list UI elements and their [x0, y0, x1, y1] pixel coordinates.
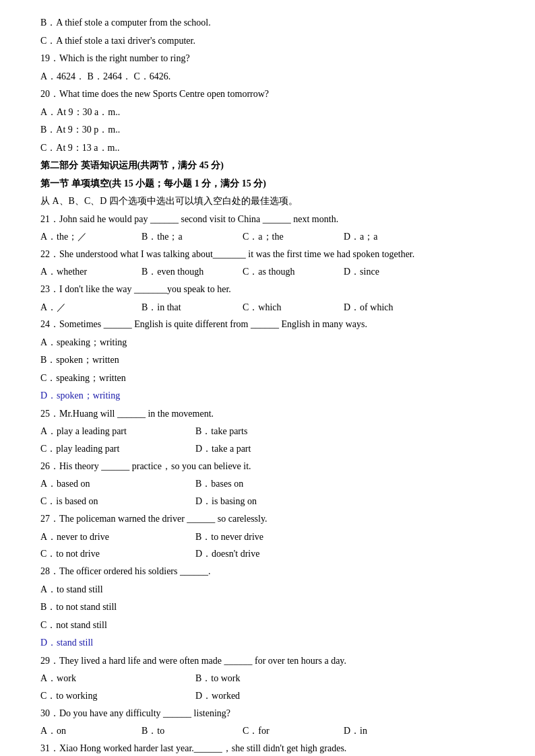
option-item: C．a；the — [243, 229, 323, 245]
options-row: A．based onB．bases on — [40, 476, 495, 492]
option-item: A．on — [40, 723, 121, 739]
text-line: 从 A、B、C、D 四个选项中选出可以填入空白处的最佳选项。 — [40, 193, 495, 210]
option-item: C．to not drive — [40, 546, 175, 562]
text-line: 29．They lived a hard life and were often… — [40, 653, 495, 670]
text-line: D．spoken；writing — [40, 388, 495, 405]
text-line: B．At 9：30 p．m.. — [40, 122, 495, 139]
text-line: 21．John said he would pay ______ second … — [40, 211, 495, 228]
option-item: B．in that — [141, 300, 222, 316]
option-item: C．for — [243, 723, 323, 739]
text-line: 31．Xiao Hong worked harder last year.___… — [40, 741, 495, 756]
option-item: D．doesn't drive — [195, 546, 330, 562]
options-row: A．play a leading partB．take parts — [40, 423, 495, 440]
option-item: D．in — [344, 723, 424, 739]
options-row: C．is based onD．is basing on — [40, 493, 495, 510]
text-line: C．speaking；written — [40, 370, 495, 387]
options-row: A．whetherB．even thoughC．as thoughD．since — [40, 264, 495, 280]
text-line: D．stand still — [40, 635, 495, 652]
text-line: 24．Sometimes ______ English is quite dif… — [40, 316, 495, 333]
section-title: 第一节 单项填空(共 15 小题；每小题 1 分，满分 15 分) — [40, 176, 495, 193]
option-item: C．which — [243, 300, 323, 316]
text-line: C．At 9：13 a．m.. — [40, 140, 495, 157]
text-line: A．to stand still — [40, 582, 495, 598]
option-item: D．worked — [195, 688, 330, 704]
text-line: C．not stand still — [40, 617, 495, 634]
options-row: A．／B．in thatC．whichD．of which — [40, 300, 495, 316]
text-line: B．spoken；written — [40, 352, 495, 369]
options-row: A．workB．to work — [40, 671, 495, 687]
option-item: B．to — [141, 723, 222, 739]
option-item: A．never to drive — [40, 529, 175, 545]
text-line: 28．The officer ordered his soldiers ____… — [40, 563, 495, 580]
option-item: B．even though — [141, 264, 222, 280]
option-item: D．take a part — [195, 441, 330, 457]
option-item: D．since — [344, 264, 424, 280]
option-item: C．as though — [243, 264, 323, 280]
option-item: A．work — [40, 671, 175, 687]
option-item: D．a；a — [344, 229, 424, 245]
option-item: A．whether — [40, 264, 121, 280]
text-line: 27．The policeman warned the driver _____… — [40, 511, 495, 528]
text-line: B．to not stand still — [40, 599, 495, 616]
options-row: C．to workingD．worked — [40, 688, 495, 704]
option-item: A．the；／ — [40, 229, 121, 245]
option-item: C．to working — [40, 688, 175, 704]
option-item: B．the；a — [141, 229, 222, 245]
text-line: A．speaking；writing — [40, 335, 495, 351]
option-item: B．take parts — [195, 423, 330, 440]
option-item: A．play a leading part — [40, 423, 175, 440]
text-line: B．A thief stole a computer from the scho… — [40, 15, 495, 32]
text-line: A．4624． B．2464． C．6426. — [40, 69, 495, 85]
option-item: C．is based on — [40, 493, 175, 510]
option-item: C．play leading part — [40, 441, 175, 457]
text-line: 23．I don't like the way _______you speak… — [40, 281, 495, 298]
text-line: 30．Do you have any difficulty ______ lis… — [40, 706, 495, 722]
option-item: B．bases on — [195, 476, 330, 492]
option-item: A．／ — [40, 300, 121, 316]
text-line: 25．Mr.Huang will ______ in the movement. — [40, 406, 495, 423]
text-line: 26．His theory ______ practice，so you can… — [40, 458, 495, 475]
options-row: C．to not driveD．doesn't drive — [40, 546, 495, 562]
text-line: A．At 9：30 a．m.. — [40, 104, 495, 121]
option-item: B．to never drive — [195, 529, 330, 545]
text-line: 22．She understood what I was talking abo… — [40, 246, 495, 263]
text-line: C．A thief stole a taxi driver's computer… — [40, 33, 495, 50]
option-item: B．to work — [195, 671, 330, 687]
options-row: A．onB．toC．forD．in — [40, 723, 495, 739]
options-row: A．the；／B．the；aC．a；theD．a；a — [40, 229, 495, 245]
section-title: 第二部分 英语知识运用(共两节，满分 45 分) — [40, 158, 495, 174]
options-row: C．play leading partD．take a part — [40, 441, 495, 457]
page-content: B．A thief stole a computer from the scho… — [40, 15, 495, 756]
option-item: D．of which — [344, 300, 424, 316]
text-line: 19．Which is the right number to ring? — [40, 50, 495, 67]
text-line: 20．What time does the new Sports Centre … — [40, 86, 495, 103]
option-item: A．based on — [40, 476, 175, 492]
options-row: A．never to driveB．to never drive — [40, 529, 495, 545]
option-item: D．is basing on — [195, 493, 330, 510]
